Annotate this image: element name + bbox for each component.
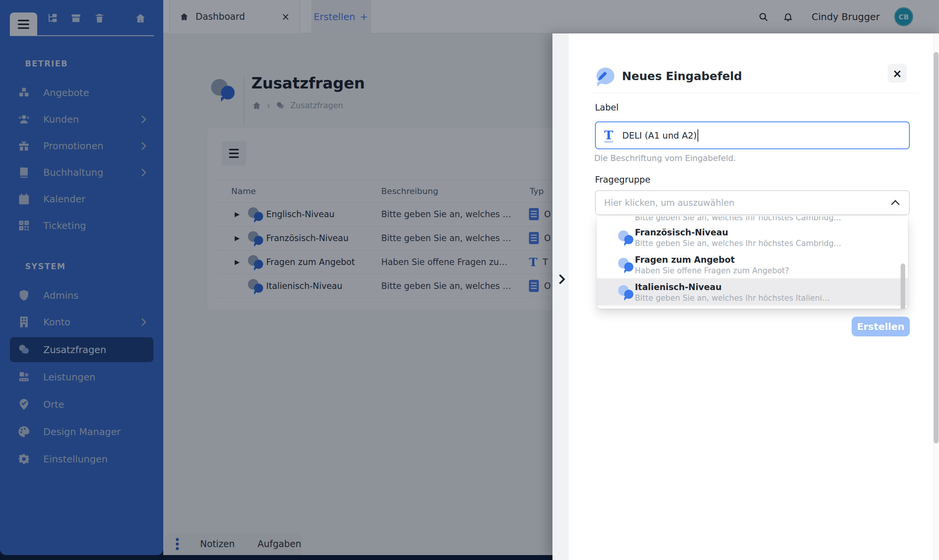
option-title: Französisch-Niveau [635, 227, 728, 237]
option-subtitle: Bitte geben Sie an, welches Ihr höchstes… [635, 293, 830, 303]
drawer-collapse-button[interactable] [556, 274, 565, 283]
chat-bubbles-icon [618, 285, 635, 300]
create-button[interactable]: Erstellen [852, 317, 910, 336]
group-select-placeholder: Hier klicken, um auszuwählen [604, 198, 734, 208]
group-field-label: Fragegruppe [595, 175, 650, 185]
text-cursor [698, 129, 698, 142]
option-subtitle: Haben Sie offene Fragen zum Angebot? [635, 266, 789, 275]
group-select[interactable]: Hier klicken, um auszuwählen [595, 190, 910, 215]
label-input-value: DELI (A1 und A2) [622, 131, 697, 140]
option-italienisch-niveau[interactable]: Italienisch-Niveau Bitte geben Sie an, w… [597, 278, 908, 306]
close-icon: × [892, 67, 902, 80]
pencil-icon [599, 71, 607, 79]
label-input[interactable]: T DELI (A1 und A2) [595, 121, 910, 149]
option-subtitle: Bitte geben Sie an, welches Ihr höchstes… [635, 239, 841, 248]
option-title: Italienisch-Niveau [635, 282, 721, 292]
text-type-icon: T [604, 128, 613, 143]
chat-bubbles-icon [618, 230, 635, 245]
drawer-scrollbar[interactable] [934, 52, 939, 443]
group-options-dropdown: Bitte geben Sie an, welches Ihr höchstes… [597, 216, 908, 309]
label-helper-text: Die Beschriftung vom Eingabefeld. [594, 153, 736, 163]
option-subtitle-clipped: Bitte geben Sie an, welches Ihr höchstes… [635, 216, 841, 222]
field-bubble-icon [597, 68, 614, 84]
option-title: Fragen zum Angebot [635, 255, 735, 265]
chat-bubbles-icon [618, 258, 635, 272]
dropdown-scrollbar[interactable] [901, 263, 905, 309]
drawer-gutter [552, 33, 568, 560]
label-field-label: Label [595, 103, 619, 112]
chevron-up-icon [891, 200, 900, 209]
create-field-drawer: Neues Eingabefeld × Label T DELI (A1 und… [552, 33, 939, 560]
chevron-right-icon [555, 274, 565, 284]
option-fragen-zum-angebot[interactable]: Fragen zum Angebot Haben Sie offene Frag… [597, 251, 908, 278]
drawer-close-button[interactable]: × [888, 64, 907, 83]
drawer-divider [591, 93, 918, 93]
drawer-title: Neues Eingabefeld [622, 68, 742, 85]
option-franzoesisch-niveau[interactable]: Französisch-Niveau Bitte geben Sie an, w… [597, 224, 908, 251]
bubble-tail [597, 82, 603, 87]
